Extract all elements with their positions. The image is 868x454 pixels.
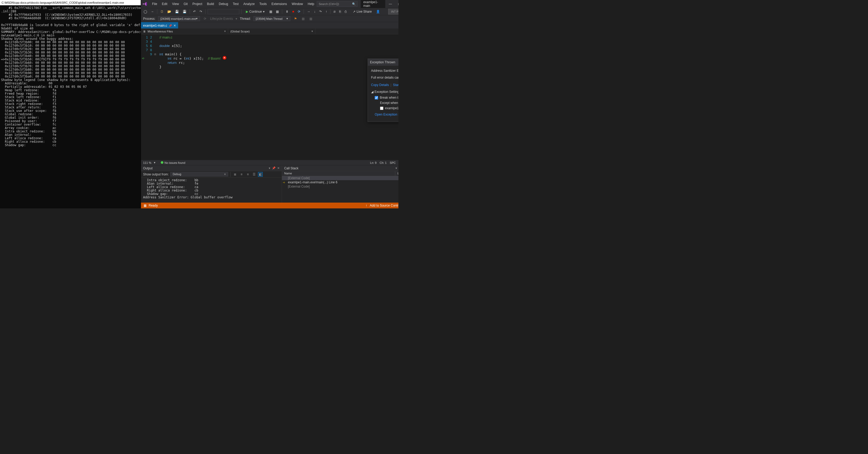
tb-misc2[interactable]: ⎘ [338, 9, 342, 14]
restart-button[interactable]: ⟳ [297, 9, 302, 14]
copy-details-link[interactable]: Copy Details [371, 83, 389, 87]
editor-statusbar: 111 % ▾ No issues found Ln: 9 Ch: 1 SPC … [141, 160, 398, 165]
thread-combo[interactable]: [23584] Main Thread▾ [253, 16, 290, 21]
open-exception-settings-link[interactable]: Open Exception Settings [375, 112, 398, 117]
status-icon: ▦ [144, 204, 147, 207]
current-frame-arrow-icon: ➪ [283, 181, 287, 184]
menu-view[interactable]: View [170, 1, 181, 7]
callstack-row[interactable]: [External Code] [282, 185, 398, 189]
continue-button[interactable]: ▶ Continue ▾ [244, 9, 267, 14]
account-button[interactable]: 👤 [375, 9, 381, 14]
search-box[interactable]: Search (Ctrl+Q) 🔍 [317, 1, 357, 7]
step-next-button[interactable]: → [306, 9, 311, 14]
save-button[interactable]: 💾 [174, 9, 180, 14]
tb-misc3[interactable]: ⎙ [344, 9, 347, 14]
statusbar: ▦ Ready ↑ Add to Source Control ▴ 🔔 [141, 203, 398, 208]
navigation-bar: 🗎 Miscellaneous Files▾ (Global Scope)▾ ▾… [141, 28, 398, 34]
menu-git[interactable]: Git [182, 1, 190, 7]
code-editor[interactable]: ➪ 1 2 3 4 5 6 7 8 9 ⊟ // main.c double x… [141, 34, 398, 160]
pin-icon[interactable]: 📌 [168, 24, 172, 27]
liveshare-icon: ↗ [353, 10, 355, 13]
source-control-up-icon: ↑ [366, 204, 367, 207]
output-tb5[interactable]: ◧ [258, 172, 263, 177]
except-when-label: Except when thrown from: [375, 101, 398, 105]
nav-project-combo[interactable]: 🗎 Miscellaneous Files▾ [141, 28, 228, 34]
menu-build[interactable]: Build [205, 1, 216, 7]
except-module-checkbox[interactable]: examlpe1-main.exe [375, 106, 398, 111]
output-source-combo[interactable]: Debug▾ [170, 172, 228, 176]
start-liveshare-link[interactable]: Start Live Share session... [393, 83, 398, 87]
zoom-dropdown-icon[interactable]: ▾ [154, 161, 155, 164]
flag-button[interactable]: ⚑ [293, 16, 298, 21]
live-share-button[interactable]: ↗ Live Share [351, 9, 373, 14]
menu-window[interactable]: Window [289, 1, 305, 7]
step-out-button[interactable]: ↑ [324, 9, 328, 14]
console-window: C:\MSDN\cpp-docs-pr\docs\c-language\ASAN… [0, 0, 141, 208]
step-into-button[interactable]: ↓ [313, 9, 316, 14]
panel-close-icon[interactable]: ✕ [277, 167, 280, 170]
nav-member-combo[interactable]: ▾ [315, 28, 398, 34]
proc-btn2[interactable]: ▦ [308, 16, 313, 21]
cs-col-lang[interactable]: Lang [395, 171, 398, 176]
close-tab-icon[interactable]: ✕ [174, 24, 176, 27]
config-combo[interactable] [208, 9, 239, 14]
output-tb2[interactable]: ≡ [239, 172, 244, 177]
expander-icon: ◢ [371, 89, 373, 94]
callstack-row[interactable]: [External Code] [282, 176, 398, 180]
new-button[interactable]: 🗋 [159, 9, 165, 14]
stop-button[interactable]: ■ [291, 9, 295, 14]
output-clear-button[interactable]: ≣ [233, 172, 238, 177]
zoom-level[interactable]: 111 % [143, 161, 151, 164]
cs-dropdown-icon[interactable]: ▾ [396, 167, 397, 170]
exception-error: Address Sanitizer Error: Global buffer o… [371, 68, 398, 73]
open-button[interactable]: 📂 [166, 9, 172, 14]
menu-test[interactable]: Test [231, 1, 241, 7]
save-all-button[interactable]: 💾 [182, 9, 188, 14]
tb-icon2[interactable]: ▦ [275, 9, 280, 14]
callstack-body[interactable]: [External Code] ➪ examlpe1-main.exe!main… [282, 176, 398, 203]
tb-icon1[interactable]: ▦ [268, 9, 273, 14]
thread-label: Thread: [240, 17, 251, 21]
lifecycle-icon: ⟳ [203, 16, 207, 21]
menu-help[interactable]: Help [306, 1, 316, 7]
nav-back-button[interactable]: ◯ [143, 9, 148, 14]
error-glyph-icon: ✕ [223, 56, 226, 60]
output-tb3[interactable]: ≡ [245, 172, 250, 177]
menu-file[interactable]: File [150, 1, 159, 7]
nav-scope-combo[interactable]: (Global Scope)▾ [228, 28, 315, 34]
pause-button[interactable]: ⏸ [284, 9, 289, 14]
code-text[interactable]: // main.c double x[5]; int main() { int … [157, 34, 398, 160]
menu-edit[interactable]: Edit [160, 1, 169, 7]
menu-debug[interactable]: Debug [217, 1, 230, 7]
break-when-checkbox[interactable]: Break when this exception type is thrown [375, 95, 398, 100]
ln-status: Ln: 9 [370, 161, 376, 164]
doctab-name: examlpe1-main.c [143, 24, 167, 27]
menu-analyze[interactable]: Analyze [241, 1, 257, 7]
line-number-gutter: 1 2 3 4 5 6 7 8 9 [146, 34, 154, 160]
menu-extensions[interactable]: Extensions [269, 1, 289, 7]
step-arrow-icon: ➪ [141, 56, 146, 60]
output-wrap-button[interactable]: ☰ [252, 172, 256, 177]
exception-settings-expander[interactable]: ◢ Exception Settings [371, 89, 398, 94]
callstack-row[interactable]: ➪ examlpe1-main.exe!main(...) Line 6 C [282, 180, 398, 185]
menu-tools[interactable]: Tools [257, 1, 269, 7]
add-source-control-button[interactable]: Add to Source Control [370, 204, 398, 207]
panel-pin-icon[interactable]: 📌 [272, 167, 276, 170]
spc-status: SPC [390, 161, 396, 164]
cs-col-name[interactable]: Name [282, 171, 395, 176]
menubar: File Edit View Git Project Build Debug T… [141, 0, 398, 8]
window-minimize-button[interactable]: — [386, 1, 395, 7]
window-maximize-button[interactable]: ▢ [395, 1, 398, 7]
panel-dropdown-icon[interactable]: ▾ [269, 167, 270, 170]
tb-misc1[interactable]: ⎚ [333, 9, 337, 14]
step-over-button[interactable]: ↷ [318, 9, 323, 14]
process-combo[interactable]: [24348] examlpe1-main.exe▾ [158, 16, 200, 21]
proc-btn1[interactable]: ▦ [301, 16, 306, 21]
redo-button[interactable]: ↷ [198, 9, 203, 14]
nav-fwd-button[interactable]: → [150, 9, 155, 14]
doctab-active[interactable]: examlpe1-main.c 📌 ✕ [141, 22, 178, 28]
output-title: Output [143, 167, 153, 170]
output-text[interactable]: Intra object redzone: bb ASan internal: … [141, 177, 282, 203]
menu-project[interactable]: Project [190, 1, 204, 7]
undo-button[interactable]: ↶ [192, 9, 197, 14]
